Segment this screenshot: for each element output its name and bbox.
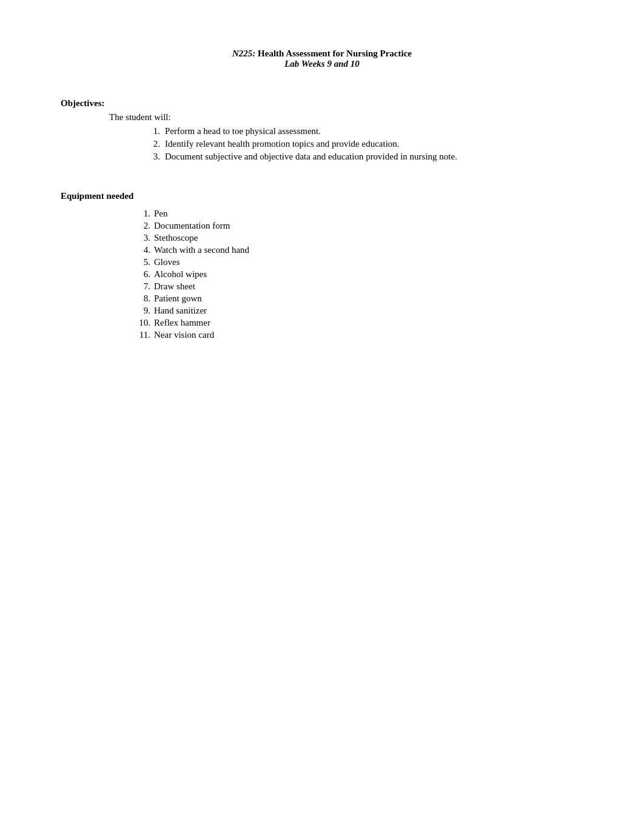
list-item: 4. Watch with a second hand: [133, 245, 583, 255]
list-item-text: Hand sanitizer: [154, 306, 583, 316]
list-item-num: 3.: [146, 152, 160, 162]
list-item-num: 8.: [133, 293, 150, 304]
list-item-text: Reflex hammer: [154, 318, 583, 328]
page-header: N225: Health Assessment for Nursing Prac…: [61, 49, 583, 69]
list-item-num: 11.: [133, 330, 150, 340]
equipment-list: 1. Pen 2. Documentation form 3. Stethosc…: [133, 209, 583, 340]
list-item-num: 1.: [133, 209, 150, 219]
header-course-code: N225:: [232, 49, 255, 58]
list-item: 6. Alcohol wipes: [133, 269, 583, 280]
list-item-text: Stethoscope: [154, 233, 583, 243]
list-item: 10. Reflex hammer: [133, 318, 583, 328]
list-item: 5. Gloves: [133, 257, 583, 267]
list-item-num: 6.: [133, 269, 150, 280]
list-item-num: 2.: [146, 139, 160, 149]
list-item-text: Document subjective and objective data a…: [165, 152, 583, 162]
list-item-num: 4.: [133, 245, 150, 255]
list-item-text: Alcohol wipes: [154, 269, 583, 280]
list-item-num: 3.: [133, 233, 150, 243]
list-item-text: Watch with a second hand: [154, 245, 583, 255]
list-item-text: Identify relevant health promotion topic…: [165, 139, 583, 149]
list-item: 1. Perform a head to toe physical assess…: [146, 126, 583, 136]
list-item-num: 9.: [133, 306, 150, 316]
objectives-section: Objectives: The student will: 1. Perform…: [61, 98, 583, 162]
list-item: 8. Patient gown: [133, 293, 583, 304]
list-item: 2. Documentation form: [133, 221, 583, 231]
list-item-text: Perform a head to toe physical assessmen…: [165, 126, 583, 136]
student-will-text: The student will:: [109, 112, 583, 122]
list-item-text: Draw sheet: [154, 281, 583, 292]
list-item-text: Documentation form: [154, 221, 583, 231]
header-title-line1: N225: Health Assessment for Nursing Prac…: [61, 49, 583, 59]
list-item-text: Patient gown: [154, 293, 583, 304]
list-item-num: 2.: [133, 221, 150, 231]
list-item: 3. Document subjective and objective dat…: [146, 152, 583, 162]
list-item: 2. Identify relevant health promotion to…: [146, 139, 583, 149]
objectives-title: Objectives:: [61, 98, 583, 109]
list-item: 1. Pen: [133, 209, 583, 219]
list-item-num: 10.: [133, 318, 150, 328]
list-item-text: Near vision card: [154, 330, 583, 340]
list-item: 9. Hand sanitizer: [133, 306, 583, 316]
list-item: 3. Stethoscope: [133, 233, 583, 243]
objectives-list: 1. Perform a head to toe physical assess…: [146, 126, 583, 162]
list-item: 11. Near vision card: [133, 330, 583, 340]
header-title-line2: Lab Weeks 9 and 10: [61, 59, 583, 69]
list-item-text: Pen: [154, 209, 583, 219]
equipment-section: Equipment needed 1. Pen 2. Documentation…: [61, 191, 583, 340]
list-item-num: 5.: [133, 257, 150, 267]
list-item: 7. Draw sheet: [133, 281, 583, 292]
header-course-name: Health Assessment for Nursing Practice: [255, 49, 412, 58]
list-item-text: Gloves: [154, 257, 583, 267]
list-item-num: 1.: [146, 126, 160, 136]
list-item-num: 7.: [133, 281, 150, 292]
equipment-title: Equipment needed: [61, 191, 583, 201]
